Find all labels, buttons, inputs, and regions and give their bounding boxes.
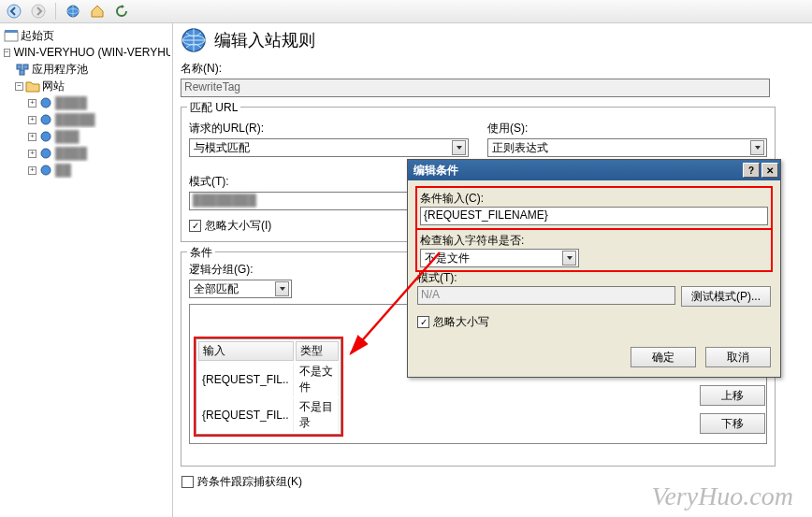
dlg-ignore-case-checkbox[interactable]: ✓ 忽略大小写 [417,314,771,330]
tree-site-item[interactable]: +████ [2,145,170,162]
expand-icon[interactable]: + [28,150,36,158]
top-toolbar [0,0,812,23]
globe-icon [38,113,53,126]
tree-site-item[interactable]: +█████ [2,111,170,128]
svg-rect-4 [5,32,18,41]
tree-site-item[interactable]: +███ [2,128,170,145]
group-select[interactable]: 全部匹配 [189,280,292,298]
tree-app-pools[interactable]: 应用程序池 [2,61,170,78]
name-label: 名称(N): [181,61,805,77]
expand-icon[interactable]: + [28,133,36,141]
checkbox-label: 忽略大小写 [433,314,489,330]
tree-label: WIN-VERYHUO (WIN-VERYHUO\Very [14,46,170,59]
collapse-icon[interactable]: − [4,49,10,57]
dlg-pattern-label: 模式(T): [417,270,771,286]
table-row[interactable]: {REQUEST_FIL..不是目录 [198,398,339,432]
tree-label: █████ [55,113,95,126]
match-legend: 匹配 URL [187,100,240,116]
check-select[interactable]: 不是文件 [420,249,579,267]
svg-point-0 [7,5,21,18]
dropdown-value: 不是文件 [425,251,470,266]
app-pool-icon [15,63,30,76]
page-title: 编辑入站规则 [214,29,315,51]
tree-start-page[interactable]: 起始页 [2,27,170,44]
cancel-button[interactable]: 取消 [705,347,771,367]
dialog-title: 编辑条件 [413,163,458,179]
name-input[interactable]: RewriteTag [181,79,770,97]
condition-input-label: 条件输入(C): [420,191,768,207]
start-icon [4,29,19,42]
condition-input-field[interactable]: {REQUEST_FILENAME} [420,207,768,225]
conditions-table-highlight: 输入类型 {REQUEST_FIL..不是文件 {REQUEST_FIL..不是… [194,337,343,437]
move-up-button[interactable]: 上移 [700,385,765,406]
back-button[interactable] [4,2,24,21]
close-button[interactable]: ✕ [761,163,778,178]
collapse-icon[interactable]: − [15,82,23,91]
svg-point-12 [41,115,51,124]
tree-label: 起始页 [21,28,54,44]
chevron-down-icon [452,140,466,155]
chevron-down-icon [562,251,576,266]
globe-icon [38,164,53,177]
tree-label: 网站 [42,79,65,94]
svg-point-11 [41,98,51,108]
using-label: 使用(S): [487,121,767,136]
svg-rect-10 [20,70,24,75]
chevron-down-icon [275,281,289,296]
checkbox-icon [181,476,194,488]
home-icon[interactable] [87,2,108,21]
forward-button[interactable] [28,2,49,21]
tree-label: 应用程序池 [32,62,88,78]
folder-icon [25,79,40,93]
page-icon [181,27,207,53]
track-capture-checkbox[interactable]: 跨条件跟踪捕获组(K) [181,474,302,490]
using-select[interactable]: 正则表达式 [487,138,767,157]
tree-site-item[interactable]: +████ [2,94,170,111]
help-button[interactable]: ? [743,163,760,178]
tree-site-item[interactable]: +██ [2,162,170,179]
tree-label: ████ [55,147,87,160]
requested-url-select[interactable]: 与模式匹配 [189,138,469,157]
requested-url-label: 请求的URL(R): [189,121,469,136]
svg-point-14 [41,149,51,158]
tree-label: ████ [55,96,87,109]
dropdown-value: 全部匹配 [194,281,239,297]
tree-sites[interactable]: − 网站 [2,78,170,94]
dlg-pattern-input: N/A [417,286,675,305]
globe-icon [38,96,53,109]
checkbox-label: 跨条件跟踪捕获组(K) [197,474,302,490]
conditions-table[interactable]: 输入类型 {REQUEST_FIL..不是文件 {REQUEST_FIL..不是… [196,338,341,435]
table-row[interactable]: {REQUEST_FIL..不是文件 [198,363,339,396]
col-type[interactable]: 类型 [296,341,339,361]
expand-icon[interactable]: + [28,166,36,175]
globe-icon [38,130,53,143]
tree-label: ██ [55,164,71,177]
check-label: 检查输入字符串是否: [420,233,768,249]
expand-icon[interactable]: + [28,116,36,124]
globe-icon[interactable] [63,2,83,21]
globe-icon [38,147,53,160]
test-pattern-button[interactable]: 测试模式(P)... [681,286,771,307]
checkbox-label: 忽略大小写(I) [205,218,271,234]
svg-rect-8 [17,65,22,69]
dropdown-value: 正则表达式 [492,140,548,156]
svg-point-1 [32,5,45,18]
svg-point-15 [41,165,51,175]
checkbox-icon: ✓ [189,220,201,232]
ok-button[interactable]: 确定 [631,347,696,367]
tree-server[interactable]: − WIN-VERYHUO (WIN-VERYHUO\Very [2,44,170,61]
svg-point-13 [41,132,51,141]
move-down-button[interactable]: 下移 [700,413,765,434]
col-input[interactable]: 输入 [198,341,294,361]
refresh-icon[interactable] [111,2,132,21]
conditions-legend: 条件 [187,245,215,261]
svg-rect-9 [23,65,28,69]
edit-condition-dialog: 编辑条件 ? ✕ 条件输入(C): {REQUEST_FILENAME} 检查输… [407,159,781,378]
chevron-down-icon [750,140,764,155]
expand-icon[interactable]: + [28,99,36,108]
dialog-titlebar[interactable]: 编辑条件 ? ✕ [408,160,780,180]
tree-label: ███ [55,130,80,143]
svg-rect-5 [5,30,18,33]
checkbox-icon: ✓ [417,316,429,328]
connections-tree: 起始页 − WIN-VERYHUO (WIN-VERYHUO\Very 应用程序… [0,23,173,517]
